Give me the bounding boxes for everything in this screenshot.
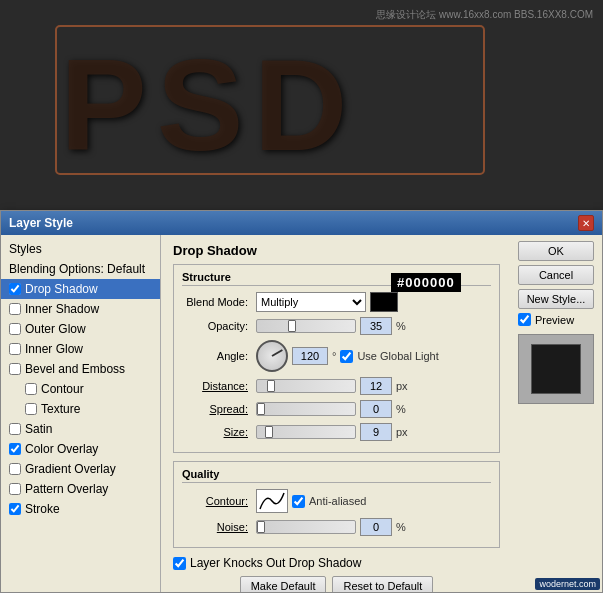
preview-label-row: Preview xyxy=(518,313,596,326)
color-hex-overlay: #000000 xyxy=(391,273,461,292)
dialog-title: Layer Style xyxy=(9,216,73,230)
texture-checkbox[interactable] xyxy=(25,403,37,415)
opacity-label: Opacity: xyxy=(182,320,252,332)
satin-checkbox[interactable] xyxy=(9,423,21,435)
sidebar-item-contour[interactable]: Contour xyxy=(1,379,160,399)
sidebar-item-inner-shadow[interactable]: Inner Shadow xyxy=(1,299,160,319)
ok-button[interactable]: OK xyxy=(518,241,594,261)
size-input[interactable] xyxy=(360,423,392,441)
contour-label: Contour: xyxy=(182,495,252,507)
angle-dial[interactable] xyxy=(256,340,288,372)
noise-slider[interactable] xyxy=(256,520,356,534)
spread-row: Spread: % xyxy=(182,400,491,418)
cancel-button[interactable]: Cancel xyxy=(518,265,594,285)
watermark-text: 思缘设计论坛 www.16xx8.com BBS.16XX8.COM xyxy=(376,8,593,22)
blend-mode-row: Blend Mode: Multiply Normal Screen Overl… xyxy=(182,292,491,312)
blend-mode-label: Blend Mode: xyxy=(182,296,252,308)
outer-glow-checkbox[interactable] xyxy=(9,323,21,335)
drop-shadow-checkbox[interactable] xyxy=(9,283,21,295)
color-overlay-checkbox[interactable] xyxy=(9,443,21,455)
main-panel: #000000 Drop Shadow Structure Blend Mode… xyxy=(161,235,512,592)
spread-unit: % xyxy=(396,403,406,415)
preview-label: Preview xyxy=(535,314,574,326)
size-slider[interactable] xyxy=(256,425,356,439)
use-global-light-checkbox[interactable] xyxy=(340,350,353,363)
sidebar-item-styles[interactable]: Styles xyxy=(1,239,160,259)
distance-row: Distance: px xyxy=(182,377,491,395)
color-swatch[interactable] xyxy=(370,292,398,312)
wodernet-badge: wodernet.com xyxy=(535,578,600,590)
close-button[interactable]: ✕ xyxy=(578,215,594,231)
angle-dial-line xyxy=(272,349,283,357)
new-style-button[interactable]: New Style... xyxy=(518,289,594,309)
sidebar-item-outer-glow[interactable]: Outer Glow xyxy=(1,319,160,339)
contour-checkbox[interactable] xyxy=(25,383,37,395)
anti-aliased-label: Anti-aliased xyxy=(309,495,366,507)
section-title: Drop Shadow xyxy=(173,243,500,258)
inner-shadow-checkbox[interactable] xyxy=(9,303,21,315)
size-unit: px xyxy=(396,426,408,438)
spread-label: Spread: xyxy=(182,403,252,415)
opacity-slider[interactable] xyxy=(256,319,356,333)
noise-label: Noise: xyxy=(182,521,252,533)
sidebar-item-drop-shadow[interactable]: Drop Shadow xyxy=(1,279,160,299)
reset-default-button[interactable]: Reset to Default xyxy=(332,576,433,592)
layer-style-dialog: Layer Style ✕ Styles Blending Options: D… xyxy=(0,210,603,593)
angle-unit: ° xyxy=(332,350,336,362)
sidebar-item-texture[interactable]: Texture xyxy=(1,399,160,419)
left-panel: Styles Blending Options: Default Drop Sh… xyxy=(1,235,161,592)
preview-box xyxy=(518,334,594,404)
spread-slider[interactable] xyxy=(256,402,356,416)
preview-inner-box xyxy=(531,344,581,394)
opacity-unit: % xyxy=(396,320,406,332)
angle-input[interactable] xyxy=(292,347,328,365)
sidebar-item-bevel-emboss[interactable]: Bevel and Emboss xyxy=(1,359,160,379)
stroke-checkbox[interactable] xyxy=(9,503,21,515)
quality-title: Quality xyxy=(182,468,491,483)
sidebar-item-inner-glow[interactable]: Inner Glow xyxy=(1,339,160,359)
bevel-emboss-checkbox[interactable] xyxy=(9,363,21,375)
distance-unit: px xyxy=(396,380,408,392)
contour-row: Contour: Anti-aliased xyxy=(182,489,491,513)
contour-swatch[interactable] xyxy=(256,489,288,513)
preview-area: 思缘设计论坛 www.16xx8.com BBS.16XX8.COM PSD xyxy=(0,0,603,210)
right-panel: OK Cancel New Style... Preview xyxy=(512,235,602,592)
sidebar-item-pattern-overlay[interactable]: Pattern Overlay xyxy=(1,479,160,499)
inner-glow-checkbox[interactable] xyxy=(9,343,21,355)
make-default-button[interactable]: Make Default xyxy=(240,576,327,592)
noise-row: Noise: % xyxy=(182,518,491,536)
size-row: Size: px xyxy=(182,423,491,441)
sidebar-item-gradient-overlay[interactable]: Gradient Overlay xyxy=(1,459,160,479)
noise-input[interactable] xyxy=(360,518,392,536)
angle-row: Angle: ° Use Global Light xyxy=(182,340,491,372)
sidebar-item-blending-options[interactable]: Blending Options: Default xyxy=(1,259,160,279)
layer-knocks-out-label: Layer Knocks Out Drop Shadow xyxy=(190,556,361,570)
distance-input[interactable] xyxy=(360,377,392,395)
sidebar-item-satin[interactable]: Satin xyxy=(1,419,160,439)
dialog-body: Styles Blending Options: Default Drop Sh… xyxy=(1,235,602,592)
opacity-input[interactable] xyxy=(360,317,392,335)
distance-label: Distance: xyxy=(182,380,252,392)
pattern-overlay-checkbox[interactable] xyxy=(9,483,21,495)
layer-knocks-out-row: Layer Knocks Out Drop Shadow xyxy=(173,556,500,570)
layer-knocks-out-checkbox[interactable] xyxy=(173,557,186,570)
outline-shape xyxy=(55,25,485,175)
anti-aliased-checkbox[interactable] xyxy=(292,495,305,508)
sidebar-item-color-overlay[interactable]: Color Overlay xyxy=(1,439,160,459)
preview-checkbox[interactable] xyxy=(518,313,531,326)
use-global-light-label: Use Global Light xyxy=(357,350,438,362)
opacity-row: Opacity: % xyxy=(182,317,491,335)
spread-input[interactable] xyxy=(360,400,392,418)
angle-label: Angle: xyxy=(182,350,252,362)
distance-slider[interactable] xyxy=(256,379,356,393)
blend-mode-select[interactable]: Multiply Normal Screen Overlay xyxy=(256,292,366,312)
bottom-buttons: Make Default Reset to Default xyxy=(173,576,500,592)
gradient-overlay-checkbox[interactable] xyxy=(9,463,21,475)
sidebar-item-stroke[interactable]: Stroke xyxy=(1,499,160,519)
dialog-title-bar: Layer Style ✕ xyxy=(1,211,602,235)
size-label: Size: xyxy=(182,426,252,438)
noise-unit: % xyxy=(396,521,406,533)
